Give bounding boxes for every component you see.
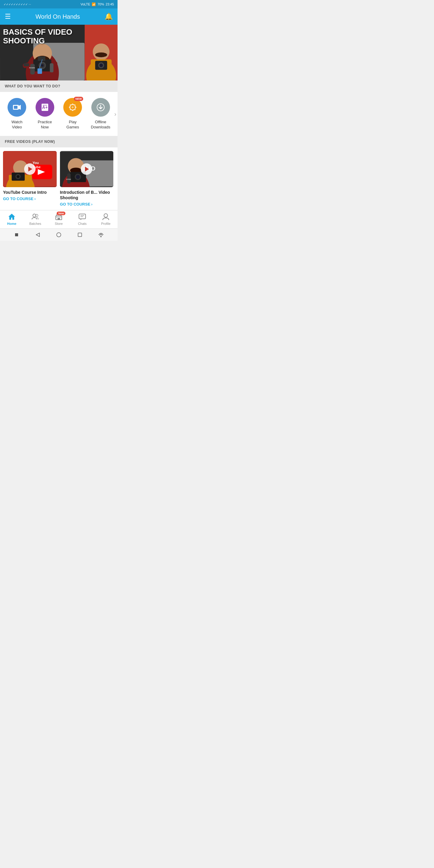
watch-video-label: WatchVideo [11,120,22,130]
nav-home[interactable]: Home [3,213,21,225]
svg-point-11 [41,64,43,67]
play-games-action[interactable]: NEW PlayGames [61,98,85,130]
bottom-navigation: Home Batches New Store Chats [0,210,118,228]
nav-batches-label: Batches [29,222,41,225]
chevron-right-icon-2: › [91,202,93,207]
video-thumbnail-youtube: You Tube [3,151,57,187]
video-link-text-1: GO TO COURSE [3,196,33,201]
svg-point-67 [104,214,107,217]
practice-now-label: PracticeNow [38,120,52,130]
offline-downloads-action[interactable]: OfflineDownloads [89,98,113,130]
actions-next-arrow[interactable]: › [114,110,116,117]
svg-rect-68 [15,233,18,236]
svg-rect-15 [24,63,29,66]
play-button-1[interactable] [24,163,36,175]
android-recent-btn[interactable] [77,232,83,238]
action-section-text: WHAT DO YOU WANT TO DO? [5,84,60,88]
offline-downloads-icon-circle [91,98,110,117]
android-nav-bar [0,228,118,241]
menu-icon[interactable]: ☰ [5,13,11,21]
android-stop-btn[interactable] [13,232,20,238]
nav-store[interactable]: New Store [50,213,68,225]
actions-row: WatchVideo A+ PracticeNow NEW PlayGames [0,92,118,136]
svg-rect-62 [58,218,60,220]
notification-bell-icon[interactable]: 🔔 [104,13,113,21]
video-card-youtube-intro[interactable]: You Tube YouTube Course Intro GO TO COUR… [3,151,57,207]
banner-secondary-illustration [85,25,118,81]
svg-point-32 [72,106,73,108]
android-back-btn[interactable] [35,232,41,238]
games-icon [68,102,78,112]
android-home-btn[interactable] [56,232,62,238]
video-thumbnail-shooting: SHO RONIN [60,151,114,187]
battery-text: 70% [97,2,104,6]
svg-rect-8 [38,56,45,61]
chats-icon [79,213,86,221]
batches-icon [31,213,39,221]
video-title-1: YouTube Course Intro [3,190,57,195]
watch-video-action[interactable]: WatchVideo [5,98,29,130]
practice-icon: A+ [40,103,50,112]
clock: 23:45 [105,2,114,6]
nav-chats[interactable]: Chats [73,213,91,225]
offline-downloads-label: OfflineDownloads [91,120,110,130]
signal-indicator: VoLTE [81,2,90,6]
nav-profile[interactable]: Profile [97,213,115,225]
svg-marker-66 [81,219,82,220]
back-icon [35,232,40,238]
practice-now-action[interactable]: A+ PracticeNow [33,98,57,130]
play-games-label: PlayGames [66,120,79,130]
svg-marker-27 [19,105,21,110]
svg-rect-12 [30,64,35,74]
banner-secondary-card[interactable] [85,25,118,81]
stop-icon [14,233,19,237]
svg-rect-71 [78,233,82,237]
nav-batches[interactable]: Batches [26,213,44,225]
svg-rect-17 [37,68,42,74]
app-header: ☰ World On Hands 🔔 [0,8,118,25]
svg-marker-69 [36,233,39,237]
status-right: VoLTE 📶 70% 23:45 [81,2,114,6]
android-home-icon [56,232,61,238]
banner-carousel: BASICS OF VIDEO SHOOTING [0,25,118,81]
action-section-label: WHAT DO YOU WANT TO DO? [0,81,118,92]
free-videos-row: You Tube YouTube Course Intro GO TO COUR… [0,147,118,210]
status-icons: ✓✓✓✓✓✓✓✓✓✓ ··· [4,3,31,6]
home-icon [8,213,16,221]
free-videos-section-label: FREE VIDEOS (PLAY NOW) [0,136,118,147]
svg-text:A+: A+ [42,105,48,110]
video-link-2[interactable]: GO TO COURSE › [60,202,114,207]
svg-text:RONIN: RONIN [29,67,35,69]
cast-icon [98,232,104,238]
download-icon [96,103,105,112]
video-link-text-2: GO TO COURSE [60,202,90,207]
video-title-2: Introduction of B... Video Shooting [60,190,114,200]
app-title: World On Hands [36,13,80,20]
store-new-badge: New [57,212,65,215]
banner-main-card[interactable]: BASICS OF VIDEO SHOOTING [0,25,85,81]
svg-point-24 [99,64,103,67]
play-games-icon-circle: NEW [63,98,82,117]
nav-profile-label: Profile [101,222,110,225]
svg-rect-13 [50,63,53,72]
svg-point-72 [100,236,101,237]
svg-point-20 [93,43,110,60]
video-link-1[interactable]: GO TO COURSE › [3,196,57,201]
svg-rect-28 [14,106,18,109]
wifi-icon: 📶 [92,2,96,6]
recent-apps-icon [78,232,82,237]
svg-marker-57 [8,214,15,220]
status-bar: ✓✓✓✓✓✓✓✓✓✓ ··· VoLTE 📶 70% 23:45 [0,0,118,8]
svg-text:You: You [33,161,39,164]
nav-store-label: Store [55,222,63,225]
nav-home-label: Home [7,222,17,225]
svg-rect-63 [79,214,86,219]
android-cast-btn[interactable] [98,232,104,238]
svg-point-25 [95,53,107,57]
new-badge: NEW [74,97,83,101]
watch-video-icon-circle [7,98,26,117]
play-button-2[interactable] [81,163,92,175]
profile-icon [102,213,110,221]
video-card-intro-shooting[interactable]: SHO RONIN Introduction of B... Video Sho… [60,151,114,207]
svg-point-54 [76,175,80,179]
